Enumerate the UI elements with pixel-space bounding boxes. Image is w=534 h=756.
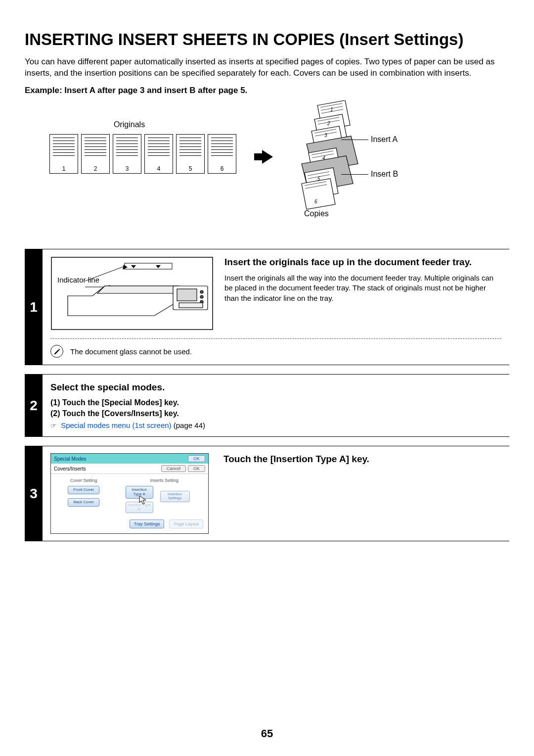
step-3: 3 Special Modes OK Covers/Inserts Cancel… [25,446,509,541]
svg-text:6: 6 [314,199,317,204]
svg-text:3: 3 [324,133,327,138]
tray-settings-key[interactable]: Tray Settings [130,520,165,528]
callout-line [341,140,368,140]
example-diagram: Originals 1 2 3 4 5 6 1 2 3 4 [25,105,509,234]
divider [50,338,501,339]
step2-substep: (1) Touch the [Special Modes] key. [50,398,501,407]
copies-label: Copies [304,209,329,218]
step3-heading: Touch the [Insertion Type A] key. [223,453,501,465]
insertion-settings-key[interactable]: Insertion Settings [160,491,190,502]
front-cover-key[interactable]: Front Cover [68,486,99,494]
step2-heading: Select the special modes. [50,381,501,393]
svg-text:2: 2 [327,121,330,126]
svg-point-38 [200,295,203,298]
original-page: 2 [81,134,110,174]
original-page: 5 [176,134,205,174]
inserts-setting-label: Inserts Setting [126,478,204,483]
svg-rect-28 [125,263,172,269]
arrow-right-icon [262,150,273,164]
original-page: 6 [208,134,236,174]
step2-substep: (2) Touch the [Covers/Inserts] key. [50,409,501,418]
back-cover-key[interactable]: Back Cover [68,498,99,507]
svg-rect-36 [177,289,197,301]
note-icon [50,345,63,358]
svg-point-37 [200,290,203,293]
page-layout-key[interactable]: Page Layout [169,520,203,528]
original-page: 4 [144,134,173,174]
step-number: 1 [25,249,43,365]
printer-illustration: Indicator line [50,256,214,332]
cover-setting-label: Cover Setting [56,478,112,483]
svg-text:4: 4 [322,155,325,161]
cancel-button[interactable]: Cancel [161,465,186,472]
intro-paragraph: You can have different paper automatical… [25,56,509,79]
step-number: 3 [25,446,43,541]
copies-stack: 1 2 3 4 5 6 [287,100,376,214]
svg-marker-7 [302,179,335,209]
originals-label: Originals [114,120,145,129]
cross-reference: ☞ Special modes menu (1st screen) (page … [50,421,501,429]
insert-a-label: Insert A [371,135,398,144]
crossref-page: (page 44) [174,421,205,429]
panel-title: Special Modes [54,456,87,462]
step-2: 2 Select the special modes. (1) Touch th… [25,374,509,437]
page-title: INSERTING INSERT SHEETS IN COPIES (Inser… [25,30,509,49]
original-pages-row: 1 2 3 4 5 6 [49,134,236,174]
step1-note: The document glass cannot be used. [70,347,192,356]
step1-text: Insert the originals all the way into th… [224,273,501,303]
cursor-icon [138,495,149,506]
page-number: 65 [0,727,534,740]
step-number: 2 [25,374,43,437]
original-page: 1 [49,134,78,174]
ok-button[interactable]: OK [188,455,205,462]
indicator-line-label: Indicator line [57,276,99,284]
touch-panel-screenshot: Special Modes OK Covers/Inserts Cancel O… [50,453,209,534]
ok-button[interactable]: OK [188,465,205,472]
insert-b-label: Insert B [371,170,398,179]
step-1: 1 Indicator line [25,249,509,365]
pointer-icon: ☞ [50,422,57,429]
callout-line [341,174,368,175]
original-page: 3 [113,134,141,174]
example-label: Example: Insert A after page 3 and inser… [25,86,509,95]
crossref-link[interactable]: Special modes menu (1st screen) [61,421,171,429]
panel-subtitle: Covers/Inserts [54,466,86,472]
svg-rect-40 [179,303,203,308]
step1-heading: Insert the originals face up in the docu… [224,256,501,268]
